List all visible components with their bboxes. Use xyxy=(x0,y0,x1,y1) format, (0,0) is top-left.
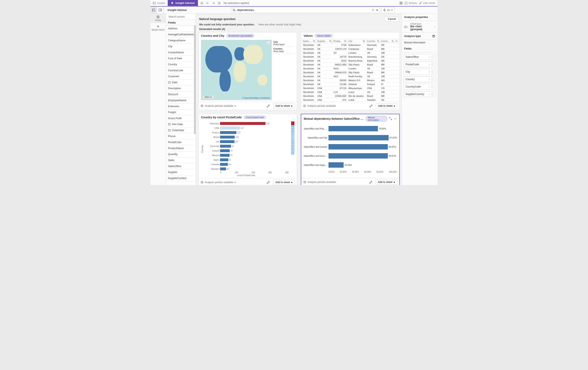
field-item[interactable]: Hire Date xyxy=(166,121,196,127)
search-icon[interactable] xyxy=(344,40,346,42)
toggle-right-panel[interactable] xyxy=(157,7,164,13)
home-icon[interactable] xyxy=(266,41,270,45)
search-icon[interactable] xyxy=(391,40,394,42)
periods-label[interactable]: Analysis periods available xyxy=(205,181,233,184)
table-row[interactable]: StockholmUK04521-000São PauloBrazilBR xyxy=(302,63,399,67)
expand-icon[interactable] xyxy=(389,117,392,120)
card-mutual-info[interactable]: Mutual dependency between SalesOffice an… xyxy=(301,114,400,185)
add-to-sheet-button[interactable]: Add to sheet▾ xyxy=(273,103,295,109)
field-item[interactable]: Quantity xyxy=(166,151,196,157)
fields-scrollbar[interactable] xyxy=(194,26,196,185)
more-icon[interactable]: ⋯ xyxy=(394,117,397,120)
step-forward-icon[interactable] xyxy=(212,2,215,5)
rail-fields[interactable]: Fields xyxy=(150,14,166,23)
language-selector[interactable]: en ▾ xyxy=(381,7,395,13)
explore-icon[interactable] xyxy=(368,179,374,185)
drag-handle-icon[interactable] xyxy=(431,93,434,96)
insight-search-input[interactable] xyxy=(237,8,370,12)
field-item[interactable]: OrderDate xyxy=(166,127,196,134)
chevron-right-icon[interactable]: › xyxy=(429,63,430,66)
property-field[interactable]: SupplierCountry› xyxy=(404,91,436,97)
property-field[interactable]: City› xyxy=(404,69,436,75)
table-header[interactable]: Count… xyxy=(380,39,395,43)
property-field[interactable]: CountryCode› xyxy=(404,84,436,90)
table-row[interactable]: StockholmUSA972LuleåSwedenSE xyxy=(302,98,399,102)
clear-search-icon[interactable]: ✕ xyxy=(372,9,374,11)
rail-master-items[interactable]: Master items xyxy=(150,23,166,33)
field-item[interactable]: SalesOffice xyxy=(166,163,196,169)
periods-label[interactable]: Analysis periods available xyxy=(307,181,336,184)
values-table[interactable]: Sales…Supplie…Postal…CityCountryCount…C … xyxy=(302,39,399,102)
add-to-sheet-button[interactable]: Add to sheet▾ xyxy=(376,180,397,185)
field-item[interactable]: AverageCallSatisfaction xyxy=(166,31,196,38)
property-field[interactable]: PostalCode› xyxy=(404,62,436,67)
chevron-right-icon[interactable]: › xyxy=(429,56,430,58)
bookmarks-icon[interactable] xyxy=(399,2,402,5)
field-item[interactable]: CategoryName xyxy=(166,38,196,44)
insight-advisor-tab[interactable]: Insight Advisor xyxy=(168,0,198,6)
table-row[interactable]: StockholmUKW1SLondonUKGB xyxy=(302,67,399,71)
sheets-button[interactable]: Sheets xyxy=(405,1,417,5)
field-item[interactable]: EmployeeName xyxy=(166,97,196,103)
add-to-sheet-button[interactable]: Add to sheet▾ xyxy=(273,180,295,185)
help-icon[interactable] xyxy=(432,35,435,38)
edit-sheet-button[interactable]: Edit sheet xyxy=(419,1,435,5)
chevron-right-icon[interactable]: › xyxy=(429,85,430,88)
field-item[interactable]: Gross Profit xyxy=(166,115,196,121)
analysis-type-header[interactable]: Analysis type xyxy=(402,33,438,40)
explore-icon[interactable] xyxy=(368,103,374,109)
table-row[interactable]: StockholmUK13070-178CampinasBrazilBR xyxy=(302,47,399,51)
field-item[interactable]: City xyxy=(166,44,196,50)
property-field[interactable]: Country› xyxy=(404,76,436,82)
field-item[interactable]: SupplierContact xyxy=(166,175,196,181)
cancel-button[interactable]: Cancel xyxy=(385,17,399,21)
field-item[interactable]: Supplier xyxy=(166,169,196,175)
property-field[interactable]: SalesOffice› xyxy=(404,54,436,60)
explore-icon[interactable] xyxy=(266,103,271,109)
table-row[interactable]: StockholmUSALU1LutonUKGB xyxy=(302,90,399,94)
field-item[interactable]: Description xyxy=(166,85,196,92)
table-row[interactable]: StockholmUK06200México D.F.MexicoMX xyxy=(302,78,399,82)
fields-search-input[interactable] xyxy=(168,15,194,18)
card-map[interactable]: Country and City Breakdown (geospatial) … xyxy=(198,32,297,110)
card-country-bar[interactable]: Country by count PostalCode Count based … xyxy=(198,114,297,185)
fields-list[interactable]: AddressAverageCallSatisfactionCategoryNa… xyxy=(166,26,196,185)
smart-search-icon[interactable] xyxy=(200,2,203,5)
table-header[interactable]: City xyxy=(347,39,366,43)
explore-icon[interactable] xyxy=(266,180,271,185)
table-row[interactable]: StockholmUK21240HelsinkiFinlandFI xyxy=(302,82,399,86)
field-item[interactable]: Cost of Sale xyxy=(166,56,196,62)
periods-label[interactable]: Analysis periods available xyxy=(205,104,233,107)
drag-handle-icon[interactable] xyxy=(431,78,434,81)
chevron-right-icon[interactable]: › xyxy=(429,78,430,81)
add-to-sheet-button[interactable]: Add to sheet▾ xyxy=(376,103,398,109)
table-row[interactable]: StockholmUKN7LondonUKGB xyxy=(302,51,399,55)
field-item[interactable]: Country xyxy=(166,62,196,68)
mutual-info-chart[interactable]: SalesOffice and PostalCode79.50%SalesOff… xyxy=(304,124,397,176)
toggle-left-panel[interactable] xyxy=(150,7,157,13)
table-row[interactable]: StockholmUSA22050-002Rio de JaneiroBrazi… xyxy=(302,94,399,98)
map-visualization[interactable]: 5000 km © OpenStreetMap contributors xyxy=(201,40,272,100)
field-item[interactable]: Sales xyxy=(166,157,196,163)
card-table[interactable]: Values Values (table) Sales…Supplie…Post… xyxy=(301,32,400,110)
table-row[interactable]: StockholmUKHU1North FerribyUKGB xyxy=(302,74,399,78)
clear-selections-icon[interactable] xyxy=(218,2,221,5)
chart-type-selector[interactable]: Chart type Bar chart (grouped) › xyxy=(402,21,438,33)
field-item[interactable]: CountryCode xyxy=(166,68,196,73)
table-row[interactable]: StockholmUK1010Buenos AiresArgentinaAR xyxy=(302,59,399,63)
chevron-right-icon[interactable]: › xyxy=(429,70,430,73)
drag-handle-icon[interactable] xyxy=(431,56,434,58)
field-item[interactable]: Discount xyxy=(166,92,196,97)
table-header[interactable]: C xyxy=(395,39,399,43)
periods-label[interactable]: Analysis periods available xyxy=(307,104,336,107)
table-header[interactable]: Sales… xyxy=(302,39,316,43)
table-header[interactable]: Supplie… xyxy=(316,39,332,43)
search-icon[interactable] xyxy=(313,40,315,42)
fields-search[interactable] xyxy=(166,14,196,20)
chevron-right-icon[interactable]: › xyxy=(429,93,430,96)
assets-button[interactable]: Assets xyxy=(150,0,168,6)
step-back-icon[interactable] xyxy=(206,2,209,5)
table-header[interactable]: Postal… xyxy=(332,39,347,43)
insight-search-box[interactable]: ✕ ➔ xyxy=(231,7,380,13)
field-item[interactable]: Address xyxy=(166,26,196,31)
